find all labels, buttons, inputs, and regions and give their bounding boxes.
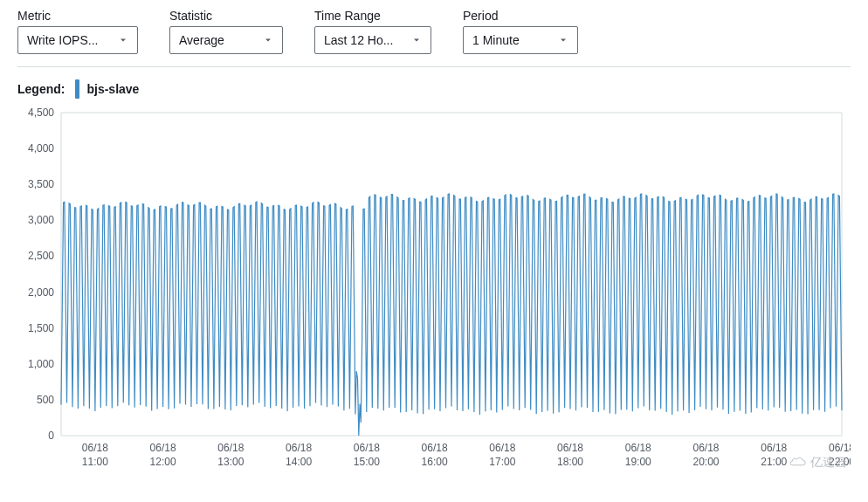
caret-down-icon bbox=[118, 35, 128, 45]
statistic-label: Statistic bbox=[169, 9, 283, 23]
svg-text:13:00: 13:00 bbox=[217, 456, 244, 468]
cloud-icon bbox=[788, 457, 807, 469]
svg-text:06/18: 06/18 bbox=[150, 442, 176, 454]
period-control: Period 1 Minute bbox=[463, 9, 578, 54]
legend-item[interactable]: bjs-slave bbox=[75, 79, 139, 99]
timerange-label: Time Range bbox=[314, 9, 431, 23]
timerange-control: Time Range Last 12 Ho... bbox=[314, 9, 431, 54]
svg-text:15:00: 15:00 bbox=[354, 456, 380, 468]
statistic-select[interactable]: Average bbox=[169, 26, 283, 54]
svg-text:12:00: 12:00 bbox=[150, 456, 176, 468]
svg-text:4,500: 4,500 bbox=[28, 107, 54, 119]
legend-label: Legend: bbox=[17, 82, 65, 96]
metric-label: Metric bbox=[17, 9, 138, 23]
controls-row: Metric Write IOPS... Statistic Average T… bbox=[17, 9, 851, 66]
svg-text:17:00: 17:00 bbox=[489, 456, 515, 468]
svg-text:06/18: 06/18 bbox=[625, 442, 651, 454]
svg-text:06/18: 06/18 bbox=[761, 442, 787, 454]
metric-control: Metric Write IOPS... bbox=[17, 9, 138, 54]
period-label: Period bbox=[463, 9, 578, 23]
svg-text:06/18: 06/18 bbox=[217, 442, 244, 454]
svg-text:06/18: 06/18 bbox=[489, 442, 515, 454]
svg-text:06/18: 06/18 bbox=[557, 442, 583, 454]
svg-text:16:00: 16:00 bbox=[422, 456, 448, 468]
statistic-select-value: Average bbox=[179, 33, 224, 47]
legend-row: Legend: bjs-slave bbox=[17, 74, 851, 107]
svg-text:2,000: 2,000 bbox=[28, 286, 54, 299]
period-select-value: 1 Minute bbox=[472, 33, 520, 47]
caret-down-icon bbox=[411, 35, 422, 45]
timerange-select-value: Last 12 Ho... bbox=[324, 33, 393, 47]
svg-text:20:00: 20:00 bbox=[693, 456, 720, 468]
metric-select[interactable]: Write IOPS... bbox=[17, 26, 138, 54]
chart-area: 05001,0001,5002,0002,5003,0003,5004,0004… bbox=[17, 107, 851, 474]
legend-series-name: bjs-slave bbox=[86, 82, 139, 96]
svg-text:11:00: 11:00 bbox=[82, 456, 108, 468]
svg-text:06/18: 06/18 bbox=[82, 442, 108, 454]
svg-text:2,500: 2,500 bbox=[28, 250, 54, 262]
svg-text:06/18: 06/18 bbox=[354, 442, 380, 454]
metric-select-value: Write IOPS... bbox=[27, 33, 98, 47]
caret-down-icon bbox=[558, 35, 568, 45]
statistic-control: Statistic Average bbox=[169, 9, 283, 54]
metrics-panel: Metric Write IOPS... Statistic Average T… bbox=[0, 0, 868, 483]
svg-text:500: 500 bbox=[37, 394, 54, 406]
svg-text:06/18: 06/18 bbox=[693, 442, 720, 454]
svg-text:14:00: 14:00 bbox=[286, 456, 312, 468]
svg-text:1,500: 1,500 bbox=[28, 322, 54, 334]
svg-text:3,500: 3,500 bbox=[28, 178, 54, 190]
svg-text:18:00: 18:00 bbox=[557, 456, 583, 468]
svg-text:06/18: 06/18 bbox=[422, 442, 448, 454]
legend-swatch bbox=[75, 79, 79, 99]
timerange-select[interactable]: Last 12 Ho... bbox=[314, 26, 431, 54]
period-select[interactable]: 1 Minute bbox=[463, 26, 578, 54]
divider bbox=[17, 66, 851, 67]
caret-down-icon bbox=[263, 35, 273, 45]
svg-text:06/18: 06/18 bbox=[286, 442, 312, 454]
line-chart: 05001,0001,5002,0002,5003,0003,5004,0004… bbox=[17, 107, 851, 474]
svg-text:1,000: 1,000 bbox=[28, 358, 54, 370]
svg-text:4,000: 4,000 bbox=[28, 142, 54, 155]
svg-text:19:00: 19:00 bbox=[625, 456, 651, 468]
svg-text:06/18: 06/18 bbox=[829, 442, 851, 454]
watermark-text: 亿速云 bbox=[810, 455, 847, 471]
svg-text:21:00: 21:00 bbox=[761, 456, 787, 468]
watermark: 亿速云 bbox=[788, 455, 847, 471]
svg-text:0: 0 bbox=[48, 430, 54, 442]
svg-text:3,000: 3,000 bbox=[28, 214, 54, 226]
